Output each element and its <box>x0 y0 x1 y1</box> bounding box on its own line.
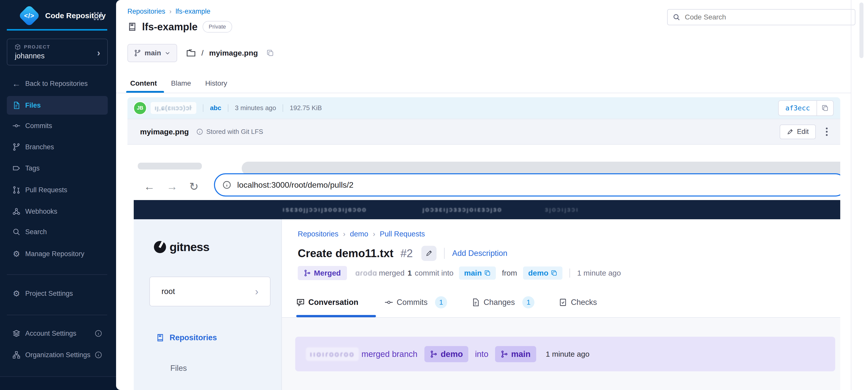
folder-icon <box>186 48 196 58</box>
browser-url-bar[interactable]: localhost:3000/root/demo/pulls/2 <box>214 173 840 196</box>
sidebar-item-label: Files <box>25 102 41 109</box>
branch-selector[interactable]: main <box>127 44 177 62</box>
chevron-separator-icon: › <box>373 230 375 238</box>
event-target-branch-chip[interactable]: main <box>495 346 536 362</box>
sidebar-back-to-repositories[interactable]: ← Back to Repositories <box>7 74 108 93</box>
kebab-menu-icon[interactable] <box>826 128 828 136</box>
copy-icon[interactable] <box>551 270 557 276</box>
gitness-breadcrumb-repositories[interactable]: Repositories <box>298 230 338 238</box>
file-view-tabs: Content Blame History <box>130 76 227 90</box>
breadcrumb-repositories-link[interactable]: Repositories <box>127 7 165 16</box>
commit-message-link[interactable]: abc <box>210 104 221 112</box>
breadcrumb: Repositories › lfs-example <box>127 6 211 16</box>
event-source-branch-chip[interactable]: demo <box>425 346 468 362</box>
copy-icon[interactable] <box>484 270 491 276</box>
sidebar-item-label: Branches <box>25 143 54 151</box>
pr-title-edit-button[interactable] <box>422 246 436 261</box>
tab-conversation[interactable]: Conversation <box>296 298 358 307</box>
redacted-text: ısɛɜoȷȷɔɔıȷɜooɜıȷɞɔoo <box>283 205 367 214</box>
event-source-branch: demo <box>440 349 463 359</box>
commit-icon <box>384 298 393 307</box>
browser-forward-icon[interactable]: → <box>166 180 178 193</box>
sidebar-item-account-settings[interactable]: Account Settings <box>7 324 108 343</box>
browser-reload-icon[interactable]: ↻ <box>189 180 198 193</box>
divider <box>228 104 228 112</box>
tab-content[interactable]: Content <box>130 79 157 87</box>
pr-summary-suffix: commit into <box>415 269 454 277</box>
event-action: merged branch <box>361 349 417 359</box>
tab-changes[interactable]: Changes 1 <box>471 296 534 308</box>
source-branch-chip[interactable]: demo <box>523 267 562 280</box>
edit-button[interactable]: Edit <box>780 124 816 139</box>
sidebar-item-organization-settings[interactable]: Organization Settings <box>7 345 108 364</box>
page-title-row: lfs-example Private <box>127 20 232 33</box>
target-branch-chip[interactable]: main <box>459 267 496 280</box>
add-description-link[interactable]: Add Description <box>452 249 507 258</box>
chat-icon <box>296 298 305 307</box>
commits-count-badge: 1 <box>435 296 447 308</box>
sidebar-item-commits[interactable]: Commits <box>7 116 108 135</box>
tab-commits[interactable]: Commits 1 <box>384 296 447 308</box>
merge-icon <box>501 350 508 358</box>
browser-tab-fragment <box>138 163 202 169</box>
sidebar-item-pull-requests[interactable]: Pull Requests <box>7 180 108 199</box>
lfs-note: Stored with Git LFS <box>206 128 263 136</box>
scrollbar-thumb[interactable] <box>860 2 864 58</box>
commit-time: 3 minutes ago <box>235 104 276 112</box>
sidebar-item-label: Project Settings <box>25 290 73 298</box>
changes-count-badge: 1 <box>522 296 534 308</box>
browser-nav-buttons: ← → ↻ <box>144 175 198 198</box>
project-selector[interactable]: PROJECT johannes › <box>7 39 108 65</box>
site-info-icon[interactable] <box>222 180 231 189</box>
visibility-badge: Private <box>203 21 232 33</box>
arrow-left-icon: ← <box>12 79 21 89</box>
pr-time: 1 minute ago <box>577 269 621 277</box>
divider <box>283 104 283 112</box>
code-search-input[interactable] <box>684 13 837 22</box>
sidebar-item-manage-repository[interactable]: ⚙ Manage Repository <box>7 245 108 263</box>
sidebar-item-search[interactable]: Search <box>7 223 108 241</box>
code-search-box[interactable] <box>667 9 856 25</box>
pr-tabs: Conversation Commits 1 <box>296 294 597 311</box>
gitness-project-selector[interactable]: root › <box>149 277 271 306</box>
tab-blame[interactable]: Blame <box>171 79 191 87</box>
chevron-down-icon <box>164 50 170 56</box>
project-name: johannes <box>15 52 45 60</box>
tag-icon <box>12 164 21 172</box>
gitness-sidebar: gitness root › Repositories Files <box>134 219 282 390</box>
chevron-separator-icon: › <box>343 230 345 238</box>
sidebar-item-branches[interactable]: Branches <box>7 138 108 156</box>
gitness-nav-files[interactable]: Files <box>170 362 187 375</box>
tab-checks[interactable]: Checks <box>559 298 597 307</box>
browser-back-icon[interactable]: ← <box>144 180 155 193</box>
pencil-icon <box>426 250 433 257</box>
commit-author-redacted: ıȷ,ɕ(ɛıɩɔɔ)ɔŀ <box>151 102 196 114</box>
module-grid-icon[interactable] <box>93 11 103 21</box>
merged-badge-label: Merged <box>314 269 341 277</box>
gitness-nav-repositories[interactable]: Repositories <box>156 331 217 344</box>
copy-path-icon[interactable] <box>267 49 274 57</box>
sidebar-item-project-settings[interactable]: ⚙ Project Settings <box>7 284 108 303</box>
event-into-label: into <box>475 349 488 359</box>
layers-icon <box>12 329 21 337</box>
sidebar-item-files[interactable]: Files <box>7 96 108 115</box>
sidebar-item-tags[interactable]: Tags <box>7 159 108 177</box>
branch-icon <box>134 50 141 57</box>
sidebar-item-webhooks[interactable]: Webhooks <box>7 202 108 221</box>
cube-icon <box>14 44 21 50</box>
pr-status-row: Merged ɑɾodɑ merged 1 commit into main f <box>298 266 621 280</box>
gear-icon: ⚙ <box>12 249 21 259</box>
file-icon <box>471 298 480 307</box>
redacted-text: ɜȷoɔıȷɜɔı <box>545 205 579 214</box>
sidebar-item-label: Account Settings <box>25 330 76 337</box>
tab-history[interactable]: History <box>205 79 227 87</box>
gitness-breadcrumb-repo[interactable]: demo <box>350 230 368 238</box>
edit-label: Edit <box>797 128 809 136</box>
copy-sha-button[interactable] <box>816 101 833 115</box>
gitness-breadcrumb-section[interactable]: Pull Requests <box>380 230 425 238</box>
branch-icon <box>12 143 21 151</box>
search-icon <box>673 13 680 21</box>
breadcrumb-current-link[interactable]: lfs-example <box>176 7 211 16</box>
gitness-project-name: root <box>161 287 175 296</box>
pr-title: Create demo11.txt <box>298 247 393 260</box>
